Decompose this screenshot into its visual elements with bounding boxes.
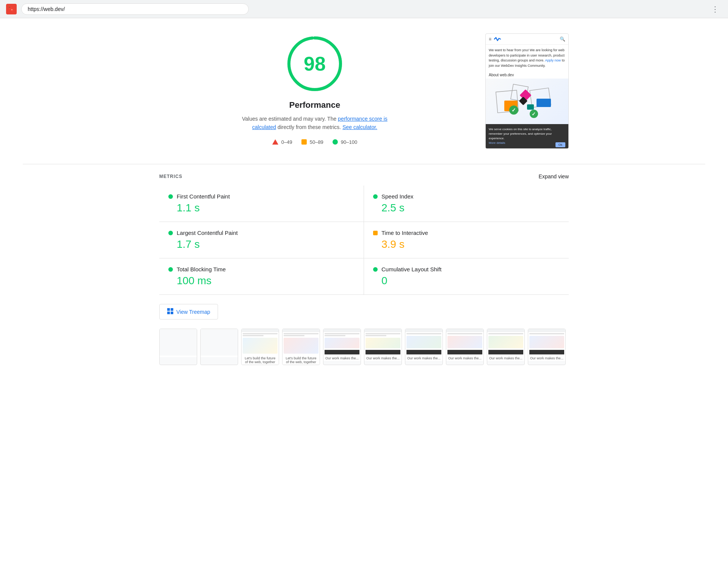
tbt-value: 100 ms <box>168 275 355 287</box>
fcp-value: 1.1 s <box>168 202 355 214</box>
metrics-header: METRICS Expand view <box>159 173 569 179</box>
metrics-section: METRICS Expand view First Contentful Pai… <box>136 164 592 295</box>
url-bar[interactable]: https://web.dev/ <box>21 3 249 15</box>
filmstrip-item <box>200 329 238 365</box>
filmstrip-thumb <box>446 329 483 356</box>
filmstrip-item: Let's build the future of the web, toget… <box>282 329 320 365</box>
expand-view-button[interactable]: Expand view <box>539 173 569 179</box>
lcp-value: 1.7 s <box>168 238 355 250</box>
cls-value: 0 <box>373 275 560 287</box>
filmstrip-thumb <box>487 329 524 356</box>
metric-si: Speed Index 2.5 s <box>364 186 569 222</box>
filmstrip-section: Let's build the future of the web, toget… <box>136 329 592 380</box>
filmstrip-label: Let's build the future of the web, toget… <box>282 356 320 365</box>
si-status-icon <box>373 194 378 199</box>
filmstrip-thumb <box>282 329 320 356</box>
cls-label: Cumulative Layout Shift <box>381 266 441 272</box>
filmstrip-label <box>201 356 238 357</box>
score-section: 98 Performance Values are estimated and … <box>159 33 485 149</box>
screenshot-section: ≡ 🔍 We want to hear from you! We are loo… <box>485 33 569 149</box>
metric-tbt: Total Blocking Time 100 ms <box>159 258 364 295</box>
filmstrip-thumb <box>242 329 279 356</box>
filmstrip-item <box>159 329 197 365</box>
filmstrip-thumb <box>323 329 361 356</box>
view-treemap-button[interactable]: View Treemap <box>159 304 218 320</box>
lcp-label: Largest Contentful Paint <box>177 230 238 236</box>
filmstrip-item: Our work makes the... <box>323 329 361 365</box>
filmstrip-thumb <box>364 329 402 356</box>
svg-rect-8 <box>527 104 534 110</box>
tbt-status-icon <box>168 267 173 272</box>
filmstrip-label: Let's build the future of the web, toget… <box>242 356 279 365</box>
filmstrip-item: Our work makes the... <box>405 329 443 365</box>
metrics-grid: First Contentful Paint 1.1 s Speed Index… <box>159 186 569 295</box>
svg-rect-15 <box>171 308 173 311</box>
svg-text:✓: ✓ <box>532 111 536 117</box>
treemap-grid-icon <box>167 308 173 315</box>
tbt-label: Total Blocking Time <box>177 266 226 272</box>
filmstrip-label: Our work makes the... <box>364 356 402 361</box>
fcp-status-icon <box>168 194 173 199</box>
main-content: 98 Performance Values are estimated and … <box>136 18 592 149</box>
metric-tti: Time to Interactive 3.9 s <box>364 222 569 258</box>
legend-orange-icon <box>301 139 307 145</box>
score-circle: 98 <box>284 33 345 94</box>
svg-rect-7 <box>537 99 551 107</box>
tti-label: Time to Interactive <box>381 230 428 236</box>
svg-rect-17 <box>171 312 173 314</box>
search-icon: 🔍 <box>560 36 565 42</box>
metric-cls: Cumulative Layout Shift 0 <box>364 258 569 295</box>
screenshot-cookie-banner: We serve cookies on this site to analyze… <box>486 124 568 148</box>
svg-rect-16 <box>167 312 170 314</box>
legend-red-label: 0–49 <box>281 139 292 145</box>
cls-status-icon <box>373 267 378 272</box>
screenshot-notification-text: We want to hear from you! We are looking… <box>486 45 568 71</box>
illustration-svg: ✓ ✓ <box>493 80 561 123</box>
filmstrip-item: Our work makes the... <box>446 329 484 365</box>
filmstrip-item: Let's build the future of the web, toget… <box>241 329 279 365</box>
svg-text:✓: ✓ <box>511 107 516 113</box>
cookie-ok-button[interactable]: Ok <box>555 142 565 147</box>
browser-logo-icon: 🔖 <box>6 4 17 14</box>
filmstrip-label: Our work makes the... <box>487 356 524 361</box>
filmstrip-item: Our work makes the... <box>487 329 525 365</box>
legend-red-icon <box>272 139 278 145</box>
screenshot-about-label: About web.dev <box>486 71 568 79</box>
filmstrip-label: Our work makes the... <box>323 356 361 361</box>
filmstrip-item: Our work makes the... <box>364 329 402 365</box>
cookie-more-details-link: More details <box>489 141 505 145</box>
filmstrip-thumb <box>405 329 442 356</box>
score-value: 98 <box>304 52 326 75</box>
legend-orange: 50–89 <box>301 139 323 145</box>
filmstrip-item: Our work makes the... <box>528 329 566 365</box>
svg-rect-14 <box>167 308 170 311</box>
browser-chrome: 🔖 https://web.dev/ ⋮ <box>0 0 728 18</box>
score-title: Performance <box>289 100 340 110</box>
webdev-logo-icon <box>494 36 501 42</box>
browser-menu-icon[interactable]: ⋮ <box>708 3 722 15</box>
hamburger-icon: ≡ <box>489 36 491 42</box>
filmstrip-thumb <box>201 329 238 356</box>
screenshot-illustration: ✓ ✓ <box>486 79 568 124</box>
legend-green-icon <box>333 139 338 145</box>
score-legend: 0–49 50–89 90–100 <box>272 139 357 145</box>
tti-status-icon <box>373 231 378 235</box>
see-calculator-link[interactable]: See calculator. <box>342 124 377 130</box>
treemap-button-label: View Treemap <box>176 309 210 315</box>
filmstrip-thumb <box>160 329 197 356</box>
metric-fcp: First Contentful Paint 1.1 s <box>159 186 364 222</box>
treemap-section: View Treemap <box>136 295 592 329</box>
legend-green: 90–100 <box>333 139 357 145</box>
filmstrip[interactable]: Let's build the future of the web, toget… <box>159 329 569 365</box>
filmstrip-label: Our work makes the... <box>446 356 483 361</box>
legend-red: 0–49 <box>272 139 292 145</box>
metric-lcp: Largest Contentful Paint 1.7 s <box>159 222 364 258</box>
filmstrip-thumb <box>528 329 565 356</box>
si-label: Speed Index <box>381 193 413 200</box>
lcp-status-icon <box>168 231 173 235</box>
apply-now-link: Apply now <box>545 58 561 62</box>
screenshot-header: ≡ 🔍 <box>486 34 568 45</box>
legend-green-label: 90–100 <box>341 139 357 145</box>
metrics-label: METRICS <box>159 174 182 179</box>
screenshot-preview: ≡ 🔍 We want to hear from you! We are loo… <box>485 33 569 149</box>
